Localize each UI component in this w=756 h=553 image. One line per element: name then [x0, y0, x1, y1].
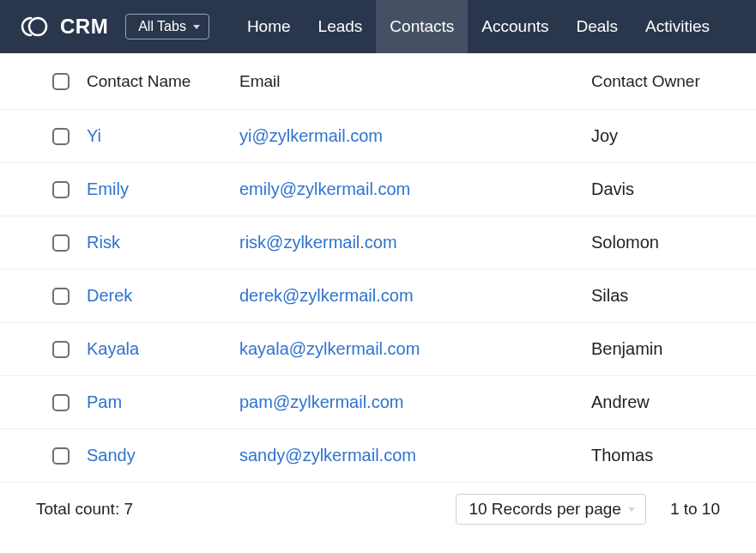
contact-name-link[interactable]: Yi: [87, 126, 101, 145]
table-footer: Total count: 7 10 Records per page 1 to …: [0, 483, 756, 536]
table-row[interactable]: Pampam@zylkermail.comAndrew: [0, 376, 756, 429]
app-name: CRM: [60, 15, 108, 39]
nav-leads-label: Leads: [318, 17, 363, 36]
nav-deals[interactable]: Deals: [563, 0, 632, 53]
nav-leads[interactable]: Leads: [305, 0, 377, 53]
column-header-email[interactable]: Email: [239, 72, 591, 91]
table-body: Yiyi@zylkermail.comJoyEmilyemily@zylkerm…: [0, 110, 756, 483]
contact-email-link[interactable]: sandy@zylkermail.com: [239, 446, 416, 465]
table-row[interactable]: Emilyemily@zylkermail.comDavis: [0, 163, 756, 216]
contact-email-link[interactable]: derek@zylkermail.com: [239, 286, 414, 305]
contact-name-link[interactable]: Derek: [87, 286, 132, 305]
select-all-checkbox[interactable]: [52, 73, 70, 90]
column-header-name[interactable]: Contact Name: [87, 72, 239, 91]
contact-owner: Thomas: [591, 446, 653, 465]
main-nav: Home Leads Contacts Accounts Deals Activ…: [233, 0, 723, 53]
nav-deals-label: Deals: [577, 17, 619, 36]
page-range: 1 to 10: [670, 500, 720, 519]
contact-name-link[interactable]: Kayala: [87, 339, 139, 358]
all-tabs-label: All Tabs: [138, 19, 186, 34]
nav-contacts[interactable]: Contacts: [376, 0, 468, 53]
caret-down-icon: [193, 25, 200, 29]
contact-name-link[interactable]: Pam: [87, 392, 122, 411]
total-count: Total count: 7: [36, 500, 133, 519]
row-checkbox[interactable]: [52, 234, 70, 252]
contact-name-link[interactable]: Sandy: [87, 446, 136, 465]
nav-home-label: Home: [247, 17, 291, 36]
top-navbar: CRM All Tabs Home Leads Contacts Account…: [0, 0, 756, 53]
contact-email-link[interactable]: pam@zylkermail.com: [239, 392, 403, 411]
row-checkbox[interactable]: [52, 394, 70, 411]
caret-down-icon: [628, 507, 635, 512]
nav-home[interactable]: Home: [233, 0, 305, 53]
row-checkbox[interactable]: [52, 128, 70, 145]
contact-owner: Davis: [591, 179, 634, 198]
contact-email-link[interactable]: risk@zylkermail.com: [239, 233, 397, 252]
table-row[interactable]: Riskrisk@zylkermail.comSolomon: [0, 216, 756, 270]
contact-email-link[interactable]: yi@zylkermail.com: [239, 126, 383, 145]
contact-email-link[interactable]: emily@zylkermail.com: [239, 179, 410, 198]
nav-activities[interactable]: Activities: [632, 0, 723, 53]
contact-owner: Andrew: [591, 392, 650, 411]
row-checkbox[interactable]: [52, 447, 70, 465]
contact-name-link[interactable]: Risk: [87, 233, 120, 252]
nav-accounts[interactable]: Accounts: [468, 0, 562, 53]
table-row[interactable]: Sandysandy@zylkermail.comThomas: [0, 429, 756, 483]
contact-owner: Benjamin: [591, 339, 662, 358]
table-row[interactable]: Kayalakayala@zylkermail.comBenjamin: [0, 323, 756, 376]
contact-name-link[interactable]: Emily: [87, 179, 129, 198]
contact-owner: Joy: [591, 126, 618, 145]
table-row[interactable]: Derekderek@zylkermail.comSilas: [0, 270, 756, 323]
app-logo[interactable]: CRM: [21, 15, 108, 39]
contact-owner: Silas: [591, 286, 628, 305]
row-checkbox[interactable]: [52, 181, 70, 198]
nav-activities-label: Activities: [645, 17, 710, 36]
all-tabs-dropdown[interactable]: All Tabs: [125, 14, 209, 40]
contact-owner: Solomon: [591, 233, 659, 252]
nav-accounts-label: Accounts: [481, 17, 548, 36]
contact-email-link[interactable]: kayala@zylkermail.com: [239, 339, 420, 358]
row-checkbox[interactable]: [52, 288, 70, 305]
column-header-owner[interactable]: Contact Owner: [591, 72, 739, 91]
row-checkbox[interactable]: [52, 341, 70, 358]
table-header-row: Contact Name Email Contact Owner: [0, 53, 756, 110]
nav-contacts-label: Contacts: [390, 17, 454, 36]
crm-logo-icon: [21, 15, 50, 39]
table-row[interactable]: Yiyi@zylkermail.comJoy: [0, 110, 756, 163]
records-per-page-label: 10 Records per page: [469, 500, 620, 519]
records-per-page-dropdown[interactable]: 10 Records per page: [456, 494, 645, 525]
